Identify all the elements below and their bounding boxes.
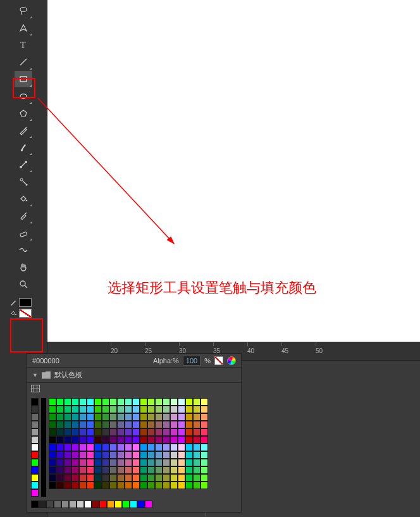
color-swatch[interactable] <box>178 459 185 466</box>
color-swatch[interactable] <box>102 398 109 406</box>
color-swatch[interactable] <box>94 428 102 436</box>
color-swatch[interactable] <box>170 398 178 406</box>
color-swatch[interactable] <box>185 436 193 444</box>
color-swatch[interactable] <box>178 413 185 421</box>
color-swatch[interactable] <box>87 428 94 436</box>
color-swatch[interactable] <box>79 451 87 459</box>
color-swatch[interactable] <box>140 482 147 489</box>
color-swatch[interactable] <box>170 428 178 436</box>
color-swatch[interactable] <box>64 406 71 413</box>
color-swatch[interactable] <box>132 421 140 428</box>
color-swatch[interactable] <box>49 474 56 482</box>
color-swatch[interactable] <box>99 501 107 508</box>
color-swatch[interactable] <box>163 444 170 451</box>
color-swatch[interactable] <box>94 482 102 489</box>
tweak-tool[interactable] <box>15 173 32 190</box>
color-swatch[interactable] <box>140 466 147 474</box>
color-swatch[interactable] <box>155 459 163 466</box>
color-swatch[interactable] <box>140 451 147 459</box>
color-swatch[interactable] <box>49 459 56 466</box>
color-swatch[interactable] <box>163 474 170 482</box>
color-swatch[interactable] <box>31 451 39 459</box>
color-swatch[interactable] <box>117 421 125 428</box>
color-swatch[interactable] <box>185 406 193 413</box>
color-swatch[interactable] <box>125 444 132 451</box>
color-swatch[interactable] <box>155 451 163 459</box>
color-swatch[interactable] <box>132 474 140 482</box>
color-swatch[interactable] <box>109 421 117 428</box>
grid-view-button[interactable] <box>31 385 40 392</box>
color-swatch[interactable] <box>64 413 71 421</box>
color-swatch[interactable] <box>109 413 117 421</box>
color-swatch[interactable] <box>193 436 201 444</box>
color-swatch[interactable] <box>87 474 94 482</box>
color-swatch[interactable] <box>155 398 163 406</box>
color-swatch[interactable] <box>79 406 87 413</box>
color-swatch[interactable] <box>117 474 125 482</box>
color-swatch[interactable] <box>49 398 56 406</box>
color-swatch[interactable] <box>117 413 125 421</box>
color-swatch[interactable] <box>117 451 125 459</box>
color-swatch[interactable] <box>69 501 77 508</box>
color-swatch[interactable] <box>56 413 64 421</box>
color-swatch[interactable] <box>140 413 147 421</box>
color-swatch[interactable] <box>79 466 87 474</box>
color-swatch[interactable] <box>145 501 152 508</box>
zoom-tool[interactable] <box>15 276 32 292</box>
color-swatch[interactable] <box>193 413 201 421</box>
color-swatch[interactable] <box>155 421 163 428</box>
color-swatch[interactable] <box>87 413 94 421</box>
color-swatch[interactable] <box>201 459 208 466</box>
color-swatch[interactable] <box>155 436 163 444</box>
color-swatch[interactable] <box>140 459 147 466</box>
color-swatch[interactable] <box>185 482 193 489</box>
color-swatch[interactable] <box>61 501 69 508</box>
color-swatch[interactable] <box>163 459 170 466</box>
color-swatch[interactable] <box>201 474 208 482</box>
color-swatch[interactable] <box>107 501 114 508</box>
color-swatch[interactable] <box>125 421 132 428</box>
rectangle-tool[interactable] <box>15 71 32 87</box>
color-swatch[interactable] <box>109 459 117 466</box>
color-swatch[interactable] <box>147 451 155 459</box>
color-swatch[interactable] <box>109 474 117 482</box>
color-swatch[interactable] <box>94 398 102 406</box>
color-swatch[interactable] <box>49 428 56 436</box>
color-swatch[interactable] <box>125 474 132 482</box>
brush-tool[interactable] <box>15 139 32 156</box>
color-swatch[interactable] <box>79 474 87 482</box>
color-swatch[interactable] <box>201 406 208 413</box>
color-swatch[interactable] <box>117 466 125 474</box>
color-swatch[interactable] <box>102 459 109 466</box>
color-swatch[interactable] <box>201 482 208 489</box>
color-swatch[interactable] <box>125 406 132 413</box>
color-swatch[interactable] <box>117 398 125 406</box>
color-swatch[interactable] <box>163 466 170 474</box>
color-swatch[interactable] <box>201 421 208 428</box>
color-swatch[interactable] <box>79 482 87 489</box>
color-swatch[interactable] <box>140 436 147 444</box>
color-swatch[interactable] <box>31 436 39 444</box>
color-swatch[interactable] <box>84 501 92 508</box>
color-swatch[interactable] <box>94 451 102 459</box>
color-swatch[interactable] <box>178 451 185 459</box>
color-swatch[interactable] <box>140 444 147 451</box>
color-swatch[interactable] <box>193 406 201 413</box>
color-swatch[interactable] <box>178 444 185 451</box>
color-swatch[interactable] <box>170 436 178 444</box>
color-swatch[interactable] <box>102 482 109 489</box>
color-swatch[interactable] <box>49 466 56 474</box>
color-swatch[interactable] <box>56 421 64 428</box>
color-swatch[interactable] <box>132 436 140 444</box>
swatch-group-header[interactable]: ▼ 默认色板 <box>27 368 241 383</box>
color-swatch[interactable] <box>117 436 125 444</box>
color-swatch[interactable] <box>87 421 94 428</box>
color-swatch[interactable] <box>109 428 117 436</box>
color-swatch[interactable] <box>117 428 125 436</box>
color-swatch[interactable] <box>185 466 193 474</box>
color-swatch[interactable] <box>31 489 39 497</box>
color-swatch[interactable] <box>109 398 117 406</box>
color-swatch[interactable] <box>56 398 64 406</box>
color-swatch[interactable] <box>140 474 147 482</box>
color-swatch[interactable] <box>56 451 64 459</box>
